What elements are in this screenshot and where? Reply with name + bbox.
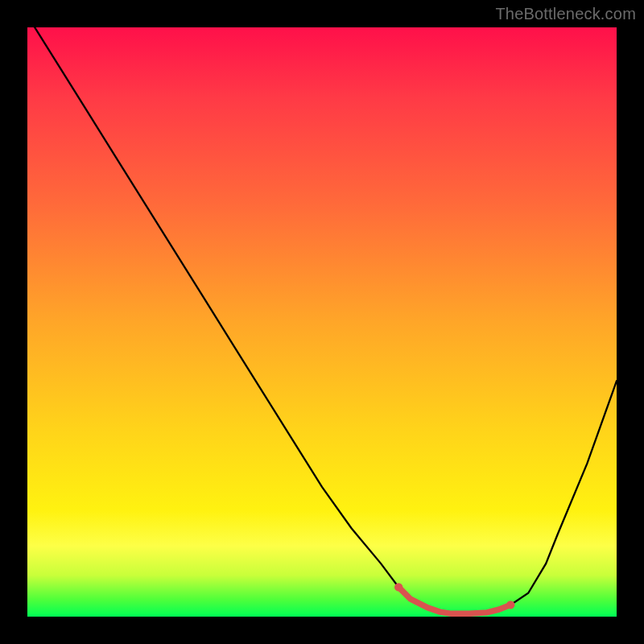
chart-frame: TheBottleneck.com <box>0 0 644 644</box>
curve-path <box>27 15 617 613</box>
optimal-region-dots <box>394 583 514 609</box>
optimal-region-marker <box>398 587 510 613</box>
attribution-text: TheBottleneck.com <box>495 5 636 23</box>
marker-endpoint <box>394 583 402 591</box>
bottleneck-curve <box>27 27 617 617</box>
marker-endpoint <box>506 601 514 609</box>
plot-area <box>27 27 617 617</box>
